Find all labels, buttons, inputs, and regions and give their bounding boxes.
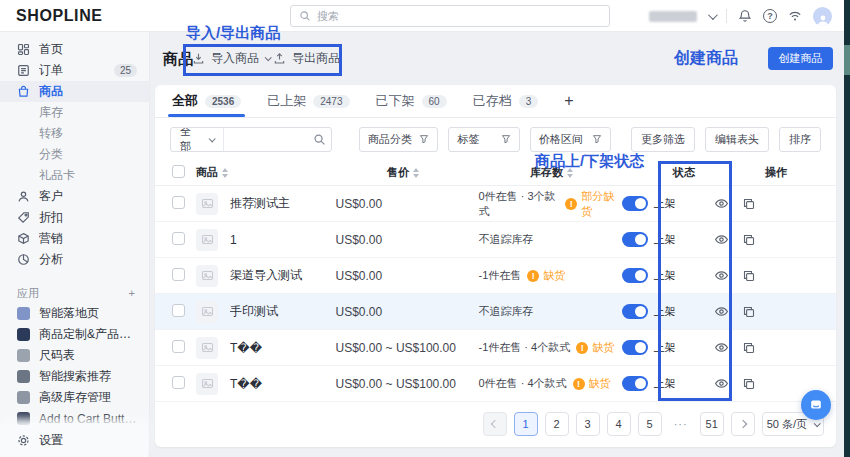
status-toggle[interactable]: [622, 232, 648, 247]
sidebar-item[interactable]: 礼品卡: [0, 165, 149, 186]
stock-column-header[interactable]: 库存数: [530, 165, 563, 180]
count-badge: 25: [114, 64, 137, 77]
product-name[interactable]: T��: [230, 341, 336, 355]
edit-columns-button[interactable]: 编辑表头: [705, 127, 769, 152]
preview-button[interactable]: [714, 340, 729, 355]
select-all-checkbox[interactable]: [172, 165, 185, 178]
sidebar-item[interactable]: 订单25: [0, 60, 149, 81]
global-search-input[interactable]: [317, 10, 601, 22]
row-checkbox[interactable]: [172, 268, 185, 281]
page-button[interactable]: 3: [576, 412, 600, 436]
sidebar-app-item[interactable]: 尺码表: [0, 345, 149, 366]
page-button[interactable]: 1: [514, 412, 538, 436]
row-checkbox[interactable]: [172, 376, 185, 389]
network-status-icon[interactable]: [788, 9, 802, 23]
page-button[interactable]: 5: [638, 412, 662, 436]
product-name[interactable]: 手印测试: [230, 303, 336, 320]
duplicate-button[interactable]: [742, 269, 756, 283]
create-product-button[interactable]: 创建商品: [768, 47, 833, 70]
price-range-filter[interactable]: 价格区间: [530, 127, 611, 152]
status-toggle[interactable]: [622, 196, 648, 211]
duplicate-button[interactable]: [742, 197, 756, 211]
apps-section-header: 应用 +: [0, 283, 149, 303]
tab[interactable]: 已存档3: [473, 85, 539, 117]
tab[interactable]: 已下架60: [376, 85, 447, 117]
page-button[interactable]: 4: [607, 412, 631, 436]
duplicate-button[interactable]: [742, 305, 756, 319]
add-app-button[interactable]: +: [129, 287, 135, 299]
global-search[interactable]: [290, 5, 610, 27]
price-range-filter-label: 价格区间: [539, 132, 583, 147]
tab[interactable]: 已上架2473: [267, 85, 349, 117]
table-row: 手印测试US$0.00不追踪库存上架: [155, 294, 836, 330]
sidebar-app-item[interactable]: 智能搜索推荐: [0, 366, 149, 387]
sort-button[interactable]: 排序: [779, 127, 821, 152]
preview-button[interactable]: [714, 196, 729, 211]
sidebar-item[interactable]: 客户: [0, 186, 149, 207]
warning-icon: !: [527, 270, 539, 282]
status-toggle[interactable]: [622, 340, 648, 355]
status-toggle[interactable]: [622, 304, 648, 319]
product-name[interactable]: T��: [230, 377, 336, 391]
tab[interactable]: 全部2536: [172, 85, 241, 117]
preview-button[interactable]: [714, 232, 729, 247]
prev-page-button[interactable]: [483, 412, 507, 436]
product-name[interactable]: 1: [230, 233, 336, 247]
sidebar-item[interactable]: 分析: [0, 249, 149, 270]
product-name[interactable]: 推荐测试主: [230, 195, 336, 212]
help-icon[interactable]: ?: [763, 9, 777, 23]
duplicate-button[interactable]: [742, 233, 756, 247]
preview-button[interactable]: [714, 268, 729, 283]
tab-count-badge: 2473: [313, 95, 349, 108]
row-checkbox[interactable]: [172, 232, 185, 245]
more-filters-button[interactable]: 更多筛选: [631, 127, 695, 152]
status-toggle[interactable]: [622, 268, 648, 283]
sidebar-item[interactable]: 首页: [0, 39, 149, 60]
apps-header-label[interactable]: 应用: [17, 286, 39, 301]
chevron-down-icon[interactable]: [708, 10, 718, 20]
search-scope-select[interactable]: 全部: [171, 128, 224, 151]
product-search-input[interactable]: [224, 128, 308, 151]
row-checkbox[interactable]: [172, 196, 185, 209]
user-avatar[interactable]: [813, 7, 832, 26]
sidebar-app-item[interactable]: 商品定制&产品选...: [0, 324, 149, 345]
chat-widget-button[interactable]: [801, 390, 831, 420]
product-column-header[interactable]: 商品: [196, 165, 218, 180]
duplicate-button[interactable]: [742, 341, 756, 355]
stock-warning-label: 部分缺货: [581, 189, 621, 219]
duplicate-button[interactable]: [742, 377, 756, 391]
sidebar-item[interactable]: 分类: [0, 144, 149, 165]
sidebar-item-settings[interactable]: 设置: [0, 430, 148, 451]
price-column-header[interactable]: 售价: [387, 165, 409, 180]
sidebar-item[interactable]: 折扣: [0, 207, 149, 228]
page-button[interactable]: 51: [700, 412, 724, 436]
product-name[interactable]: 渠道导入测试: [230, 267, 336, 284]
stock-warning-label: 缺货: [592, 340, 614, 355]
tag-filter[interactable]: 标签: [448, 127, 519, 152]
status-toggle[interactable]: [622, 376, 648, 391]
page-button[interactable]: 2: [545, 412, 569, 436]
sort-icon[interactable]: [567, 168, 573, 178]
row-checkbox[interactable]: [172, 304, 185, 317]
sidebar-item[interactable]: 库存: [0, 102, 149, 123]
preview-button[interactable]: [714, 376, 729, 391]
preview-button[interactable]: [714, 304, 729, 319]
sidebar-item[interactable]: 商品: [0, 81, 149, 102]
sort-icon[interactable]: [413, 168, 419, 178]
gear-icon: [17, 434, 30, 447]
category-filter[interactable]: 商品分类: [359, 127, 438, 152]
export-products-button[interactable]: 导出商品: [273, 50, 340, 67]
row-checkbox[interactable]: [172, 340, 185, 353]
sort-icon[interactable]: [222, 168, 228, 178]
sidebar-app-item[interactable]: 高级库存管理: [0, 387, 149, 408]
notification-bell-icon[interactable]: [738, 9, 752, 23]
next-page-button[interactable]: [731, 412, 755, 436]
add-tab-button[interactable]: +: [564, 92, 573, 110]
sidebar-app-item[interactable]: 智能落地页: [0, 303, 149, 324]
search-scope-value: 全部: [180, 127, 201, 152]
search-icon[interactable]: [308, 133, 331, 146]
image-icon: [201, 377, 214, 390]
sidebar-item[interactable]: 转移: [0, 123, 149, 144]
import-products-button[interactable]: 导入商品: [192, 50, 270, 67]
sidebar-item[interactable]: 营销: [0, 228, 149, 249]
